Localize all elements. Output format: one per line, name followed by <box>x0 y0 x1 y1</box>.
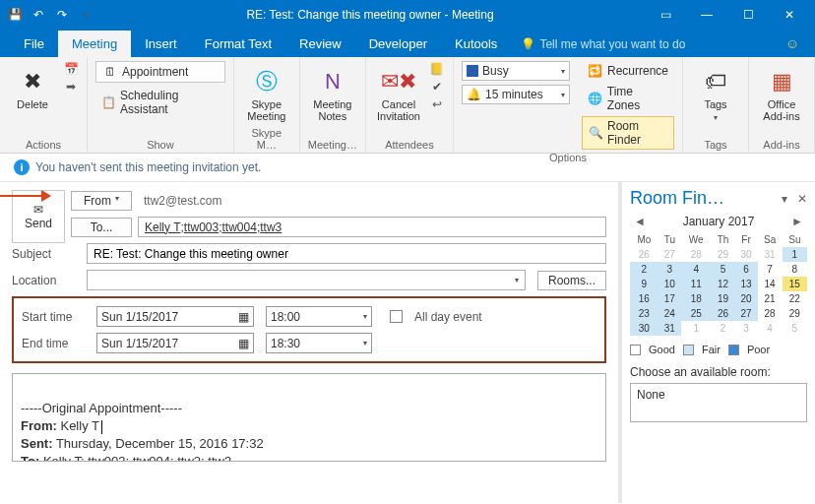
from-button[interactable]: From▾ <box>71 191 132 211</box>
good-label: Good <box>649 344 675 355</box>
calendar-day[interactable]: 16 <box>630 291 658 306</box>
calendar-icon[interactable]: 📅 <box>63 61 79 77</box>
start-time-picker[interactable]: 18:00▾ <box>266 306 372 327</box>
subject-field[interactable] <box>87 243 606 264</box>
address-book-icon[interactable]: 📒 <box>429 61 445 77</box>
tab-file[interactable]: File <box>10 31 58 57</box>
meeting-notes-button[interactable]: N Meeting Notes <box>308 61 357 122</box>
calendar-day[interactable]: 5 <box>712 262 735 277</box>
calendar-day[interactable]: 25 <box>681 306 712 321</box>
calendar-day[interactable]: 26 <box>630 247 658 262</box>
calendar-day[interactable]: 6 <box>735 262 758 277</box>
calendar-day[interactable]: 4 <box>681 262 712 277</box>
calendar-day[interactable]: 27 <box>735 306 758 321</box>
recipient[interactable]: Kelly T <box>145 220 180 234</box>
recipient[interactable]: ttw004 <box>222 220 257 234</box>
tags-button[interactable]: 🏷 Tags▾ <box>691 61 740 124</box>
calendar-day[interactable]: 15 <box>783 277 807 291</box>
calendar-day[interactable]: 1 <box>681 321 712 336</box>
calendar-day[interactable]: 13 <box>735 277 758 291</box>
maximize-button[interactable]: ☐ <box>728 3 768 27</box>
calendar-day[interactable]: 17 <box>658 291 681 306</box>
location-field[interactable]: ▾ <box>87 270 526 290</box>
to-button[interactable]: To... <box>71 218 132 237</box>
calendar-day[interactable]: 18 <box>681 291 712 306</box>
calendar-day[interactable]: 7 <box>758 262 783 277</box>
ribbon-options-icon[interactable]: ▭ <box>646 3 685 27</box>
send-button[interactable]: ✉ Send <box>12 190 65 243</box>
calendar-day[interactable]: 22 <box>783 291 807 306</box>
check-names-icon[interactable]: ✔ <box>429 79 445 94</box>
calendar-day[interactable]: 27 <box>658 247 681 262</box>
feedback-icon[interactable]: ☺ <box>785 35 799 51</box>
calendar-day[interactable]: 28 <box>681 247 712 262</box>
room-finder-button[interactable]: 🔍Room Finder <box>582 116 674 150</box>
redo-icon[interactable]: ↷ <box>53 6 71 24</box>
next-month-button[interactable]: ► <box>787 215 807 228</box>
tab-review[interactable]: Review <box>285 31 355 57</box>
calendar-day[interactable]: 30 <box>735 247 758 262</box>
close-button[interactable]: ✕ <box>770 3 809 27</box>
rooms-button[interactable]: Rooms... <box>537 271 606 290</box>
message-body[interactable]: -----Original Appointment----- From: Kel… <box>12 373 606 462</box>
recurrence-button[interactable]: 🔁Recurrence <box>582 61 674 81</box>
forward-icon[interactable]: ➡ <box>63 79 79 94</box>
calendar-day[interactable]: 24 <box>658 306 681 321</box>
panel-menu-icon[interactable]: ▾ <box>782 192 787 206</box>
all-day-checkbox[interactable] <box>390 310 403 323</box>
calendar-day[interactable]: 12 <box>712 277 735 291</box>
calendar-day[interactable]: 5 <box>783 321 807 336</box>
save-icon[interactable]: 💾 <box>6 6 24 24</box>
time-zones-button[interactable]: 🌐Time Zones <box>582 83 674 114</box>
tab-format-text[interactable]: Format Text <box>191 31 285 57</box>
end-time-picker[interactable]: 18:30▾ <box>266 333 372 353</box>
calendar-day[interactable]: 11 <box>681 277 712 291</box>
calendar-day[interactable]: 14 <box>758 277 783 291</box>
calendar-day[interactable]: 29 <box>783 306 807 321</box>
cancel-invitation-button[interactable]: ✉✖ Cancel Invitation <box>374 61 423 122</box>
calendar-day[interactable]: 9 <box>630 277 658 291</box>
calendar-day[interactable]: 3 <box>735 321 758 336</box>
panel-close-icon[interactable]: ✕ <box>797 192 807 206</box>
calendar-day[interactable]: 19 <box>712 291 735 306</box>
undo-icon[interactable]: ↶ <box>30 6 47 24</box>
recipient[interactable]: ttw3 <box>260 220 282 234</box>
scheduling-assistant-button[interactable]: 📋 Scheduling Assistant <box>95 87 225 118</box>
calendar-day[interactable]: 30 <box>630 321 658 336</box>
office-addins-button[interactable]: ▦ Office Add-ins <box>757 61 806 122</box>
room-list[interactable]: None <box>630 383 807 422</box>
recipient[interactable]: ttw003 <box>184 220 219 234</box>
calendar-day[interactable]: 28 <box>758 306 783 321</box>
calendar-day[interactable]: 21 <box>758 291 783 306</box>
reminder-combo[interactable]: 🔔15 minutes ▾ <box>462 85 570 104</box>
start-date-picker[interactable]: Sun 1/15/2017▦ <box>96 306 254 327</box>
delete-button[interactable]: ✖ Delete <box>8 61 57 110</box>
prev-month-button[interactable]: ◄ <box>630 215 650 228</box>
calendar-day[interactable]: 29 <box>712 247 735 262</box>
calendar-day[interactable]: 3 <box>658 262 681 277</box>
calendar-day[interactable]: 8 <box>783 262 807 277</box>
tab-insert[interactable]: Insert <box>131 31 191 57</box>
tab-kutools[interactable]: Kutools <box>441 31 511 57</box>
calendar-day[interactable]: 4 <box>758 321 783 336</box>
to-field[interactable]: Kelly T; ttw003; ttw004; ttw3 <box>138 217 606 237</box>
response-options-icon[interactable]: ↩ <box>429 96 445 112</box>
end-date-picker[interactable]: Sun 1/15/2017▦ <box>96 333 254 353</box>
qat-more-icon[interactable]: ▾ <box>77 6 94 24</box>
tab-developer[interactable]: Developer <box>355 31 441 57</box>
appointment-button[interactable]: 🗓 Appointment <box>95 61 225 83</box>
calendar-day[interactable]: 20 <box>735 291 758 306</box>
tab-meeting[interactable]: Meeting <box>58 31 131 57</box>
calendar-day[interactable]: 2 <box>630 262 658 277</box>
calendar-day[interactable]: 31 <box>758 247 783 262</box>
calendar-day[interactable]: 26 <box>712 306 735 321</box>
calendar-day[interactable]: 23 <box>630 306 658 321</box>
minimize-button[interactable]: — <box>687 3 726 27</box>
tell-me-search[interactable]: 💡 Tell me what you want to do <box>511 32 695 57</box>
calendar-day[interactable]: 31 <box>658 321 681 336</box>
calendar-day[interactable]: 1 <box>783 247 807 262</box>
show-as-combo[interactable]: Busy ▾ <box>462 61 570 81</box>
calendar-day[interactable]: 2 <box>712 321 735 336</box>
skype-meeting-button[interactable]: Ⓢ Skype Meeting <box>242 61 291 122</box>
calendar-day[interactable]: 10 <box>658 277 681 291</box>
